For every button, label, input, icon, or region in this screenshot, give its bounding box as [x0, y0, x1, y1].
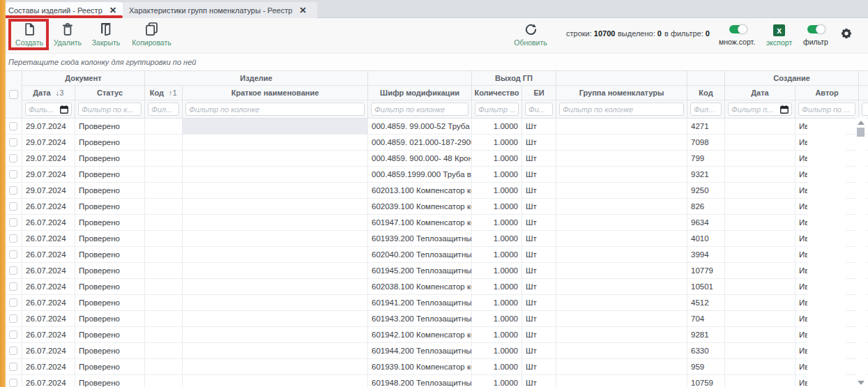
cell-shifr[interactable]: 602013.100 Компенсатор ко	[368, 183, 472, 198]
cell-name[interactable]	[183, 183, 368, 198]
column-header-code2[interactable]: Код	[687, 86, 725, 100]
cell-status[interactable]: Проверено	[75, 359, 145, 374]
cell-qty[interactable]: 1.0000	[472, 135, 522, 150]
filter-input-group[interactable]: Фильтр по колонке	[559, 103, 684, 116]
cell-ei[interactable]: Шт	[522, 119, 556, 134]
cell-name[interactable]	[183, 295, 368, 310]
cell-qty[interactable]: 1.0000	[472, 311, 522, 326]
cell-qty[interactable]: 1.0000	[472, 199, 522, 214]
cell-group[interactable]	[556, 135, 687, 150]
cell-ei[interactable]: Шт	[522, 327, 556, 342]
row-checkbox[interactable]	[9, 250, 17, 259]
cell-cdate[interactable]	[725, 231, 795, 246]
filter-input-status[interactable]: Фильтр по к...	[78, 103, 142, 116]
refresh-button[interactable]: Обновить	[509, 22, 552, 47]
row-checkbox[interactable]	[9, 331, 17, 339]
cell-code2[interactable]: 9634	[687, 215, 725, 230]
cell-shifr[interactable]: 601944.200 Теплозащитный	[368, 343, 472, 358]
scroll-down-arrow[interactable]	[858, 381, 865, 385]
row-checkbox[interactable]	[9, 298, 17, 307]
cell-code2[interactable]: 9250	[687, 183, 725, 198]
cell-shifr[interactable]: 601947.100 Компенсатор ко	[368, 215, 472, 230]
filter-input-code1[interactable]: Фил...	[148, 103, 179, 116]
row-checkbox[interactable]	[9, 186, 17, 195]
row-checkbox[interactable]	[9, 202, 17, 211]
cell-cdate[interactable]	[725, 327, 795, 342]
cell-group[interactable]	[556, 295, 687, 310]
table-row[interactable]: 26.07.2024Проверено601947.100 Компенсато…	[6, 215, 868, 231]
cell-code1[interactable]	[145, 343, 183, 358]
cell-date[interactable]: 26.07.2024	[22, 311, 75, 326]
cell-qty[interactable]: 1.0000	[472, 231, 522, 246]
cell-code1[interactable]	[145, 295, 183, 310]
cell-qty[interactable]: 1.0000	[472, 359, 522, 374]
table-row[interactable]: 29.07.2024Проверено000.4859. 021.000-187…	[6, 135, 868, 151]
cell-cdate[interactable]	[725, 263, 795, 278]
cell-ei[interactable]: Шт	[522, 183, 556, 198]
row-checkbox[interactable]	[9, 122, 17, 130]
column-header-cdate[interactable]: Дата	[725, 86, 795, 100]
cell-date[interactable]: 26.07.2024	[22, 199, 75, 214]
close-button[interactable]: Закрыть	[89, 22, 123, 47]
cell-ei[interactable]: Шт	[522, 359, 556, 374]
cell-group[interactable]	[556, 183, 687, 198]
cell-date[interactable]: 26.07.2024	[22, 215, 75, 230]
cell-code2[interactable]: 4512	[687, 295, 725, 310]
cell-date[interactable]: 26.07.2024	[22, 295, 75, 310]
column-header-shifr[interactable]: Шифр модификации	[368, 86, 472, 100]
cell-shifr[interactable]: 601945.200 Теплозащитный	[368, 263, 472, 278]
cell-code1[interactable]	[145, 263, 183, 278]
cell-cdate[interactable]	[725, 247, 795, 262]
cell-qty[interactable]: 1.0000	[472, 327, 522, 342]
cell-date[interactable]: 26.07.2024	[22, 279, 75, 294]
table-row[interactable]: 26.07.2024Проверено602039.100 Компенсато…	[6, 199, 868, 215]
row-checkbox[interactable]	[9, 266, 17, 275]
cell-status[interactable]: Проверено	[75, 231, 145, 246]
cell-status[interactable]: Проверено	[75, 151, 145, 166]
cell-cdate[interactable]	[725, 215, 795, 230]
cell-cdate[interactable]	[725, 183, 795, 198]
cell-code2[interactable]: 10501	[687, 279, 725, 294]
cell-ei[interactable]: Шт	[522, 215, 556, 230]
cell-qty[interactable]: 1.0000	[472, 247, 522, 262]
cell-name[interactable]	[183, 311, 368, 326]
cell-code1[interactable]	[145, 311, 183, 326]
cell-code2[interactable]: 9321	[687, 167, 725, 182]
cell-date[interactable]: 29.07.2024	[22, 151, 75, 166]
cell-status[interactable]: Проверено	[75, 375, 145, 387]
cell-name[interactable]	[183, 327, 368, 342]
vertical-scrollbar[interactable]	[856, 118, 867, 387]
cell-cdate[interactable]	[725, 135, 795, 150]
filter-input-name[interactable]: Фильтр по колонке	[185, 103, 365, 116]
row-checkbox[interactable]	[9, 363, 17, 371]
filter-input-cdate[interactable]: Фильтр п...	[728, 103, 792, 116]
cell-shifr[interactable]: 602039.100 Компенсатор ко	[368, 199, 472, 214]
cell-name[interactable]	[183, 343, 368, 358]
cell-code2[interactable]: 4010	[687, 231, 725, 246]
filter-input-ei[interactable]: Фи...	[525, 103, 553, 116]
cell-ei[interactable]: Шт	[522, 151, 556, 166]
tab-harakteristiki-grupp[interactable]: Характеристики групп номенклатуры - Реес…	[123, 2, 317, 18]
cell-shifr[interactable]: 000.4859. 900.000- 48 Кронш	[368, 151, 472, 166]
cell-code1[interactable]	[145, 215, 183, 230]
cell-date[interactable]: 29.07.2024	[22, 135, 75, 150]
cell-status[interactable]: Проверено	[75, 327, 145, 342]
cell-shifr[interactable]: 601941.200 Теплозащитный	[368, 295, 472, 310]
cell-group[interactable]	[556, 167, 687, 182]
cell-name[interactable]	[183, 359, 368, 374]
cell-name[interactable]	[183, 199, 368, 214]
cell-code1[interactable]	[145, 247, 183, 262]
cell-group[interactable]	[556, 119, 687, 134]
cell-group[interactable]	[556, 199, 687, 214]
table-row[interactable]: 26.07.2024Проверено601944.200 Теплозащит…	[6, 343, 868, 359]
cell-code1[interactable]	[145, 183, 183, 198]
cell-status[interactable]: Проверено	[75, 343, 145, 358]
cell-shifr[interactable]: 602040.200 Теплозащитный	[368, 247, 472, 262]
cell-code1[interactable]	[145, 327, 183, 342]
cell-status[interactable]: Проверено	[75, 279, 145, 294]
table-row[interactable]: 26.07.2024Проверено601948.200 Теплозащит…	[6, 375, 868, 387]
filter-input-date[interactable]: Филь...	[25, 103, 72, 116]
cell-code2[interactable]: 3994	[687, 247, 725, 262]
copy-button[interactable]: Копировать	[130, 22, 174, 47]
cell-date[interactable]: 29.07.2024	[22, 167, 75, 182]
